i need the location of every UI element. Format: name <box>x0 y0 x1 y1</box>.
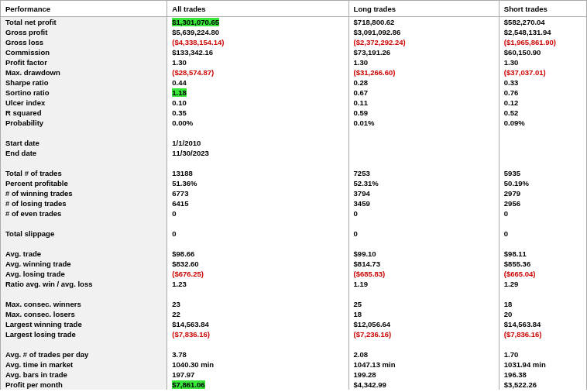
value-long: 0.59 <box>348 108 499 118</box>
metric-label: Probability <box>1 118 167 128</box>
value-long: 52.31% <box>348 178 499 188</box>
value-short: 196.38 <box>499 370 586 380</box>
value-all: $832.60 <box>167 259 348 269</box>
value-short: $60,150.90 <box>499 47 586 57</box>
col-short-trades: Short trades <box>499 1 586 17</box>
value-short: $582,270.04 <box>499 17 586 28</box>
table-row: Start date1/1/2010 <box>1 138 587 148</box>
value-all: $133,342.16 <box>167 47 348 57</box>
value-short: ($1,965,861.90) <box>499 37 586 47</box>
table-row: Total # of trades1318872535935 <box>1 168 587 178</box>
value-long: 0 <box>348 229 499 239</box>
metric-label: Avg. # of trades per day <box>1 349 167 359</box>
value-all: $98.66 <box>167 249 348 259</box>
value-all: ($4,338,154.14) <box>167 37 348 47</box>
value-long: 199.28 <box>348 370 499 380</box>
table-row: Avg. bars in trade197.97199.28196.38 <box>1 370 587 380</box>
value-all: 11/30/2023 <box>167 148 348 158</box>
value-all: 197.97 <box>167 370 348 380</box>
value-all: 3.78 <box>167 349 348 359</box>
value-all: 1.23 <box>167 279 348 289</box>
spacer-cell <box>348 339 499 349</box>
value-all: 0.35 <box>167 108 348 118</box>
metric-label: Avg. trade <box>1 249 167 259</box>
spacer-cell <box>348 218 499 229</box>
value-short <box>499 138 586 148</box>
table-row: Avg. trade$98.66$99.10$98.11 <box>1 249 587 259</box>
table-row: Avg. winning trade$832.60$814.73$855.36 <box>1 259 587 269</box>
value-all: 0 <box>167 208 348 218</box>
value-all: 13188 <box>167 168 348 178</box>
spacer-cell <box>1 239 167 249</box>
table-row: Largest losing trade($7,836.16)($7,236.1… <box>1 329 587 339</box>
value-long: 7253 <box>348 168 499 178</box>
spacer-cell <box>499 239 586 249</box>
value-all: ($676.25) <box>167 269 348 279</box>
table-row: Ratio avg. win / avg. loss1.231.191.29 <box>1 279 587 289</box>
spacer-cell <box>1 128 167 138</box>
table-row <box>1 339 587 349</box>
value-short: 1.30 <box>499 57 586 67</box>
metric-label: Sharpe ratio <box>1 77 167 88</box>
table-row: Profit factor1.301.301.30 <box>1 57 587 67</box>
value-long: 25 <box>348 299 499 309</box>
table-row: Total slippage000 <box>1 229 587 239</box>
spacer-cell <box>348 289 499 299</box>
value-all: 0.10 <box>167 98 348 108</box>
value-short: $14,563.84 <box>499 319 586 329</box>
table-row: Gross profit$5,639,224.80$3,091,092.86$2… <box>1 27 587 37</box>
value-short: ($37,037.01) <box>499 67 586 77</box>
value-short: 0.76 <box>499 88 586 98</box>
table-row: Avg. # of trades per day3.782.081.70 <box>1 349 587 359</box>
spacer-cell <box>1 158 167 168</box>
value-short: 20 <box>499 309 586 319</box>
value-long: 0.01% <box>348 118 499 128</box>
value-short <box>499 148 586 158</box>
value-short: ($665.04) <box>499 269 586 279</box>
col-long-trades: Long trades <box>348 1 499 17</box>
value-all: 1.30 <box>167 57 348 67</box>
table-row: Largest winning trade$14,563.84$12,056.6… <box>1 319 587 329</box>
spacer-cell <box>167 218 348 229</box>
spacer-cell <box>1 218 167 229</box>
value-long: $3,091,092.86 <box>348 27 499 37</box>
metric-label: # of even trades <box>1 208 167 218</box>
metric-label: Max. drawdown <box>1 67 167 77</box>
spacer-cell <box>1 339 167 349</box>
value-short: $855.36 <box>499 259 586 269</box>
table-row: Max. drawdown($28,574.87)($31,266.60)($3… <box>1 67 587 77</box>
table-row: Percent profitable51.36%52.31%50.19% <box>1 178 587 188</box>
value-long: ($2,372,292.24) <box>348 37 499 47</box>
metric-label: # of losing trades <box>1 198 167 208</box>
metric-label: Avg. time in market <box>1 359 167 370</box>
value-long: 0 <box>348 208 499 218</box>
table-row: Gross loss($4,338,154.14)($2,372,292.24)… <box>1 37 587 47</box>
table-row <box>1 289 587 299</box>
spacer-cell <box>167 158 348 168</box>
metric-label: Total net profit <box>1 17 167 28</box>
metric-label: Profit per month <box>1 380 167 390</box>
metric-label: Gross profit <box>1 27 167 37</box>
value-long: 3794 <box>348 188 499 198</box>
value-short: 1.70 <box>499 349 586 359</box>
value-all: 1040.30 min <box>167 359 348 370</box>
value-all: 0 <box>167 229 348 239</box>
value-long: $718,800.62 <box>348 17 499 28</box>
value-long <box>348 138 499 148</box>
spacer-cell <box>499 158 586 168</box>
value-long: ($685.83) <box>348 269 499 279</box>
spacer-cell <box>348 128 499 138</box>
table-row <box>1 158 587 168</box>
value-long: 0.28 <box>348 77 499 88</box>
metric-label: Avg. bars in trade <box>1 370 167 380</box>
value-long: $99.10 <box>348 249 499 259</box>
value-long: 3459 <box>348 198 499 208</box>
table-row: Commission$133,342.16$73,191.26$60,150.9… <box>1 47 587 57</box>
value-long: $814.73 <box>348 259 499 269</box>
value-short: 2956 <box>499 198 586 208</box>
value-short: 0.12 <box>499 98 586 108</box>
value-all: 6773 <box>167 188 348 198</box>
metric-label: Start date <box>1 138 167 148</box>
spacer-cell <box>167 128 348 138</box>
metric-label: # of winning trades <box>1 188 167 198</box>
